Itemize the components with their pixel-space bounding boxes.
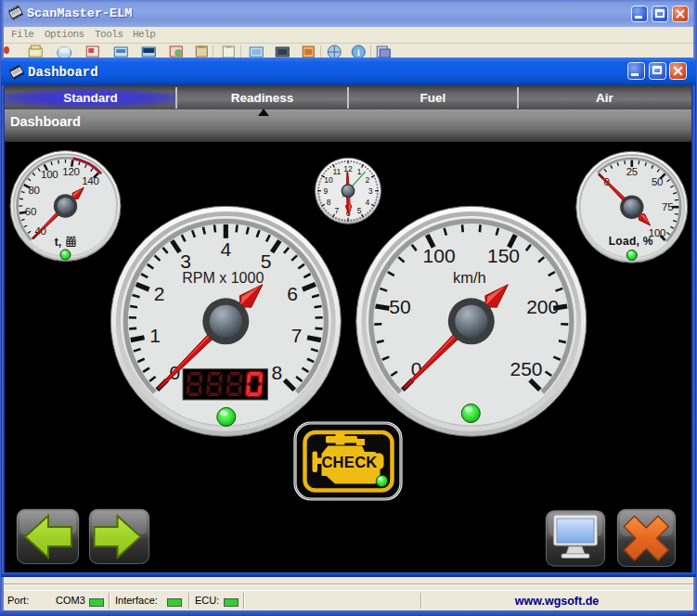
svg-text:9: 9 [324,186,329,196]
svg-text:1: 1 [357,167,362,176]
svg-text:i: i [357,46,360,58]
svg-text:RPM x 1000: RPM x 1000 [182,270,264,286]
svg-text:25: 25 [626,166,638,177]
svg-text:12: 12 [343,164,353,173]
svg-text:140: 140 [82,175,98,186]
svg-text:4: 4 [220,238,231,260]
svg-text:2: 2 [154,283,165,304]
svg-text:250: 250 [510,358,542,379]
svg-text:5: 5 [357,206,362,215]
svg-text:75: 75 [662,201,673,212]
svg-text:60: 60 [25,206,36,217]
svg-text:50: 50 [389,296,410,317]
svg-text:8: 8 [271,362,282,383]
svg-text:7: 7 [335,206,340,215]
svg-text:6: 6 [287,283,298,304]
svg-text:150: 150 [487,245,520,266]
svg-text:4: 4 [366,198,370,207]
svg-text:100: 100 [41,169,58,180]
svg-text:Load, %: Load, % [609,235,653,248]
svg-text:7: 7 [291,325,303,346]
svg-text:100: 100 [423,245,456,266]
svg-text:1: 1 [149,325,161,346]
svg-text:10: 10 [324,175,333,185]
svg-text:3: 3 [180,250,191,272]
svg-text:50: 50 [652,176,663,187]
svg-text:2: 2 [366,175,370,185]
svg-text:120: 120 [62,166,79,177]
svg-text:5: 5 [261,250,272,272]
svg-text:CHECK: CHECK [321,454,377,470]
svg-text:80: 80 [28,185,39,196]
svg-text:200: 200 [526,296,559,317]
svg-text:t,: t, [55,236,61,249]
svg-text:3: 3 [368,186,373,196]
svg-text:km/h: km/h [453,269,486,286]
svg-text:8: 8 [327,198,331,207]
svg-text:11: 11 [332,167,341,176]
